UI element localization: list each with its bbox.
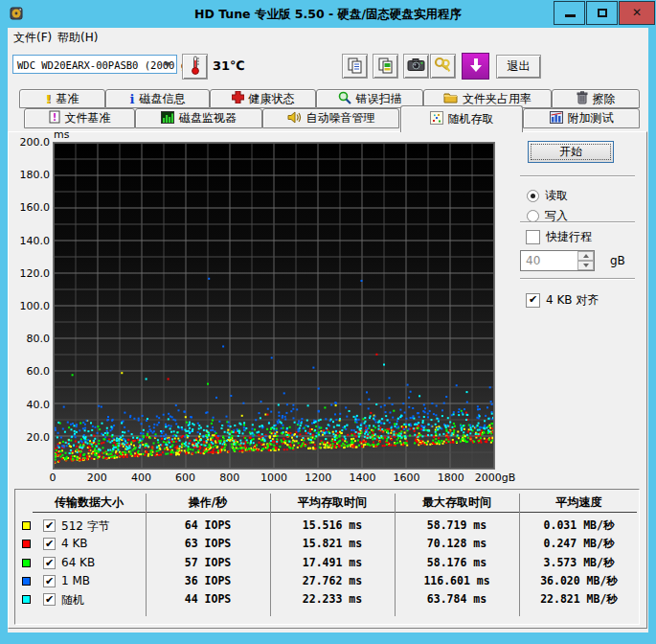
table-cell: 58.176 ms	[395, 556, 519, 569]
table-cell: 58.719 ms	[395, 518, 519, 532]
x-tick: 1400	[349, 472, 375, 484]
tab-disk-monitor[interactable]: 磁盘监视器	[135, 108, 262, 128]
bar-chart-icon	[161, 111, 174, 126]
y-tick: 200.0	[15, 136, 50, 149]
speaker-icon	[287, 111, 302, 126]
table-cell: 22.821 MB/秒	[519, 592, 639, 607]
short-stroke-size-input[interactable]: 40	[520, 250, 595, 271]
table-cell: 27.762 ms	[270, 574, 395, 587]
table-cell: 15.516 ms	[270, 518, 395, 532]
y-tick: 160.0	[15, 201, 50, 214]
table-cell: 0.247 MB/秒	[519, 537, 639, 551]
file-benchmark-icon: !	[49, 110, 60, 126]
short-stroke-checkbox[interactable]: ✔ 快捷行程	[526, 229, 592, 245]
tab-label: 随机存取	[448, 111, 494, 127]
spin-down-icon	[583, 264, 589, 267]
start-button[interactable]: 开始	[528, 141, 614, 163]
series-checkbox[interactable]: ✔	[43, 519, 56, 532]
col-header-max-access: 最大存取时间	[395, 494, 519, 510]
health-cross-icon	[232, 91, 244, 106]
screenshot-button[interactable]	[403, 54, 429, 79]
copy-image-button[interactable]	[373, 54, 398, 79]
tab-label: 错误扫描	[356, 91, 402, 107]
tab-random-access[interactable]: 随机存取	[400, 105, 523, 132]
exit-button[interactable]: 退出	[496, 55, 541, 79]
table-cell: 64 IOPS	[146, 518, 270, 532]
tab-disk-info[interactable]: i 磁盘信息	[105, 89, 210, 108]
extra-tests-icon	[550, 111, 563, 126]
menu-help[interactable]: 帮助(H)	[52, 29, 103, 46]
table-cell: 44 IOPS	[146, 592, 270, 606]
table-cell: 63.784 ms	[395, 592, 519, 606]
series-label: 1 MB	[61, 574, 90, 587]
align-4kb-checkbox[interactable]: ✔ 4 KB 对齐	[526, 292, 599, 309]
tab-health[interactable]: 健康状态	[210, 89, 316, 108]
tab-auto-acoustic[interactable]: 自动噪音管理	[262, 108, 399, 128]
folder-icon	[443, 92, 458, 106]
series-checkbox[interactable]: ✔	[43, 538, 56, 550]
svg-text:!: !	[52, 112, 57, 123]
y-tick: 120.0	[15, 267, 50, 280]
series-label: 4 KB	[61, 537, 88, 550]
close-button[interactable]: ✕	[619, 1, 655, 25]
registration-button[interactable]	[430, 54, 456, 79]
minimize-button[interactable]	[554, 1, 585, 25]
col-header-transfer-size: 传输数据大小	[33, 494, 146, 510]
spin-up-button[interactable]	[577, 251, 594, 261]
spinner-buttons	[577, 251, 594, 270]
keys-icon	[434, 57, 452, 77]
series-checkbox[interactable]: ✔	[43, 593, 56, 606]
radio-dot	[531, 194, 535, 198]
tab-label: 附加测试	[568, 110, 614, 126]
read-radio[interactable]: 读取	[527, 188, 568, 204]
tab-file-benchmark[interactable]: ! 文件基准	[24, 108, 135, 128]
short-stroke-size-value: 40	[526, 254, 540, 267]
separator	[520, 175, 635, 177]
menu-file[interactable]: 文件(F)	[8, 29, 57, 46]
tab-label: 自动噪音管理	[306, 110, 375, 126]
copy-text-icon	[347, 57, 364, 77]
temperature-button[interactable]	[182, 54, 208, 80]
magnifier-icon	[338, 91, 351, 107]
benchmark-icon: !	[46, 92, 52, 106]
spin-down-button[interactable]	[577, 261, 594, 270]
col-header-iops: 操作/秒	[146, 494, 270, 510]
camera-icon	[407, 58, 425, 75]
tab-extra-tests[interactable]: 附加测试	[523, 108, 640, 128]
separator	[520, 221, 635, 223]
y-tick: 60.0	[15, 365, 50, 378]
table-cell: 15.821 ms	[270, 537, 395, 550]
tab-erase[interactable]: 擦除	[552, 89, 640, 108]
copy-text-button[interactable]	[342, 54, 368, 79]
series-checkbox[interactable]: ✔	[43, 557, 56, 569]
minimize-icon	[565, 14, 576, 17]
table-cell: 63 IOPS	[146, 537, 270, 550]
series-label: 随机	[61, 592, 84, 609]
drive-select-value: WDC WD20EARX-00PASB0 (2000 gB)	[17, 58, 199, 73]
maximize-button[interactable]	[586, 1, 618, 25]
check-mark: ✔	[529, 293, 537, 306]
table-cell: 36 IOPS	[146, 574, 270, 587]
drive-select[interactable]: WDC WD20EARX-00PASB0 (2000 gB)	[12, 55, 177, 74]
x-tick: 1800	[438, 472, 464, 484]
series-color-swatch	[22, 577, 31, 586]
col-header-avg-speed: 平均速度	[519, 494, 639, 510]
x-tick: 1600	[394, 472, 420, 484]
x-tick: 0	[50, 472, 57, 484]
trash-icon	[577, 91, 588, 107]
temperature-value: 31℃	[213, 58, 245, 73]
series-color-swatch	[22, 540, 31, 548]
x-tick: 2000gB	[475, 472, 516, 484]
save-results-button[interactable]	[462, 53, 489, 80]
header-underline	[33, 512, 637, 513]
short-stroke-label: 快捷行程	[546, 229, 592, 245]
series-checkbox[interactable]: ✔	[43, 575, 56, 587]
series-color-swatch	[22, 521, 31, 530]
series-color-swatch	[22, 559, 31, 567]
table-cell: 36.020 MB/秒	[519, 574, 639, 588]
app-window: HD Tune 专业版 5.50 - 硬盘/固态硬盘实用程序 ✕ 文件(F) 帮…	[0, 0, 656, 644]
maximize-icon	[598, 9, 607, 17]
y-axis-unit: ms	[54, 128, 69, 141]
tab-label: 健康状态	[249, 91, 295, 107]
tab-benchmark[interactable]: ! 基准	[19, 89, 105, 108]
